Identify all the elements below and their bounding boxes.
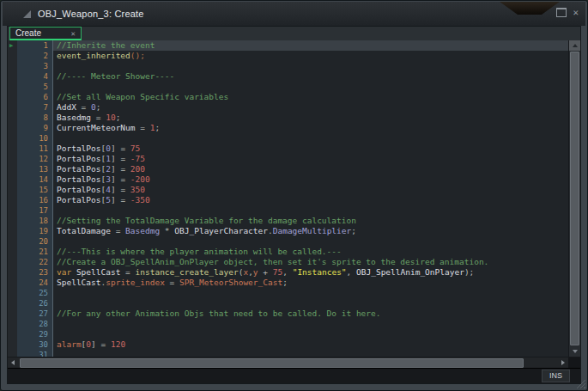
line-number[interactable]: 9: [17, 123, 53, 133]
breakpoint-margin[interactable]: [8, 174, 17, 185]
breakpoint-margin[interactable]: [8, 278, 17, 288]
code-line-text[interactable]: //For any other Animation Objs that need…: [53, 309, 568, 319]
line-number[interactable]: 26: [17, 298, 53, 309]
vertical-scrollbar[interactable]: [568, 40, 580, 357]
breakpoint-margin[interactable]: [8, 226, 17, 236]
breakpoint-margin[interactable]: ▶: [8, 40, 17, 51]
code-line-text[interactable]: //---- Meteor Shower----: [53, 71, 568, 82]
breakpoint-margin[interactable]: [8, 71, 17, 82]
code-line[interactable]: 23var SpellCast = instance_create_layer(…: [8, 267, 568, 278]
breakpoint-margin[interactable]: [8, 144, 17, 154]
line-number[interactable]: 13: [17, 164, 53, 174]
breakpoint-margin[interactable]: [8, 257, 17, 267]
code-line[interactable]: 8Basedmg = 10;: [8, 113, 568, 123]
code-line-text[interactable]: event_inherited();: [53, 51, 568, 61]
line-number[interactable]: 30: [17, 339, 53, 350]
breakpoint-margin[interactable]: [8, 82, 17, 92]
line-number[interactable]: 2: [17, 51, 53, 61]
code-line-text[interactable]: var SpellCast = instance_create_layer(x,…: [53, 267, 568, 278]
line-number[interactable]: 24: [17, 278, 53, 288]
breakpoint-margin[interactable]: [8, 216, 17, 226]
code-line-text[interactable]: [53, 288, 568, 298]
code-line[interactable]: 13PortalPos[2] = 200: [8, 164, 568, 174]
breakpoint-margin[interactable]: [8, 164, 17, 174]
close-icon[interactable]: ✕: [573, 8, 579, 17]
line-number[interactable]: 27: [17, 309, 53, 319]
breakpoint-margin[interactable]: [8, 102, 17, 113]
code-line-text[interactable]: AddX = 0;: [53, 102, 568, 113]
scroll-up-icon[interactable]: [569, 40, 580, 51]
line-number[interactable]: 5: [17, 82, 53, 92]
breakpoint-margin[interactable]: [8, 288, 17, 298]
breakpoint-margin[interactable]: [8, 92, 17, 102]
code-lines[interactable]: ▶1//Inherite the event2event_inherited()…: [8, 40, 568, 357]
line-number[interactable]: 12: [17, 154, 53, 164]
code-line-text[interactable]: [53, 329, 568, 339]
code-line[interactable]: 9CurrentMeteorNum = 1;: [8, 123, 568, 133]
line-number[interactable]: 17: [17, 205, 53, 216]
line-number[interactable]: 1: [17, 40, 53, 51]
code-line-text[interactable]: [53, 319, 568, 329]
code-line[interactable]: 31: [8, 350, 568, 357]
breakpoint-margin[interactable]: [8, 329, 17, 339]
maximize-icon[interactable]: [556, 8, 567, 17]
code-line-text[interactable]: alarm[0] = 120: [53, 339, 568, 350]
breakpoint-margin[interactable]: [8, 185, 17, 195]
breakpoint-margin[interactable]: [8, 195, 17, 205]
code-line[interactable]: 17: [8, 205, 568, 216]
code-line-text[interactable]: //Create a OBJ_SpellAnim_OnPlayer object…: [53, 257, 568, 267]
breakpoint-margin[interactable]: [8, 133, 17, 144]
line-number[interactable]: 22: [17, 257, 53, 267]
line-number[interactable]: 31: [17, 350, 53, 357]
code-line[interactable]: 2event_inherited();: [8, 51, 568, 61]
horizontal-scrollbar-track[interactable]: [18, 357, 558, 368]
line-number[interactable]: 10: [17, 133, 53, 144]
line-number[interactable]: 6: [17, 92, 53, 102]
code-line[interactable]: 11PortalPos[0] = 75: [8, 144, 568, 154]
code-line-text[interactable]: [53, 205, 568, 216]
breakpoint-margin[interactable]: [8, 51, 17, 61]
breakpoint-margin[interactable]: [8, 113, 17, 123]
code-line[interactable]: 10: [8, 133, 568, 144]
code-line[interactable]: 25: [8, 288, 568, 298]
code-line-text[interactable]: [53, 133, 568, 144]
code-line[interactable]: 27//For any other Animation Objs that ne…: [8, 309, 568, 319]
line-number[interactable]: 3: [17, 61, 53, 71]
code-line[interactable]: 19TotalDamage = Basedmg * OBJ_PlayerChar…: [8, 226, 568, 236]
breakpoint-margin[interactable]: [8, 339, 17, 350]
code-line-text[interactable]: [53, 61, 568, 71]
code-line-text[interactable]: [53, 82, 568, 92]
code-line[interactable]: 26: [8, 298, 568, 309]
breakpoint-margin[interactable]: [8, 298, 17, 309]
code-line[interactable]: 24SpellCast.sprite_index = SPR_MeteorSho…: [8, 278, 568, 288]
code-line-text[interactable]: //---This is where the player animation …: [53, 247, 568, 257]
breakpoint-margin[interactable]: [8, 154, 17, 164]
line-number[interactable]: 28: [17, 319, 53, 329]
breakpoint-margin[interactable]: [8, 236, 17, 247]
line-number[interactable]: 21: [17, 247, 53, 257]
code-line[interactable]: 16PortalPos[5] = -350: [8, 195, 568, 205]
code-line-text[interactable]: //Set all Weapon Specific variables: [53, 92, 568, 102]
code-line-text[interactable]: PortalPos[1] = -75: [53, 154, 568, 164]
line-number[interactable]: 19: [17, 226, 53, 236]
line-number[interactable]: 15: [17, 185, 53, 195]
code-line[interactable]: 12PortalPos[1] = -75: [8, 154, 568, 164]
scroll-left-icon[interactable]: [8, 357, 18, 368]
code-line[interactable]: 29: [8, 329, 568, 339]
code-line-text[interactable]: CurrentMeteorNum = 1;: [53, 123, 568, 133]
line-number[interactable]: 11: [17, 144, 53, 154]
code-line[interactable]: 7AddX = 0;: [8, 102, 568, 113]
scroll-down-icon[interactable]: [569, 346, 580, 357]
line-number[interactable]: 16: [17, 195, 53, 205]
line-number[interactable]: 7: [17, 102, 53, 113]
line-number[interactable]: 8: [17, 113, 53, 123]
code-line[interactable]: 18//Setting the TotalDamage Variable for…: [8, 216, 568, 226]
code-line-text[interactable]: TotalDamage = Basedmg * OBJ_PlayerCharac…: [53, 226, 568, 236]
code-line[interactable]: 3: [8, 61, 568, 71]
code-line-text[interactable]: SpellCast.sprite_index = SPR_MeteorShowe…: [53, 278, 568, 288]
code-line[interactable]: 5: [8, 82, 568, 92]
code-line[interactable]: 15PortalPos[4] = 350: [8, 185, 568, 195]
code-line-text[interactable]: Basedmg = 10;: [53, 113, 568, 123]
code-line[interactable]: 14PortalPos[3] = -200: [8, 174, 568, 185]
code-line[interactable]: 28: [8, 319, 568, 329]
